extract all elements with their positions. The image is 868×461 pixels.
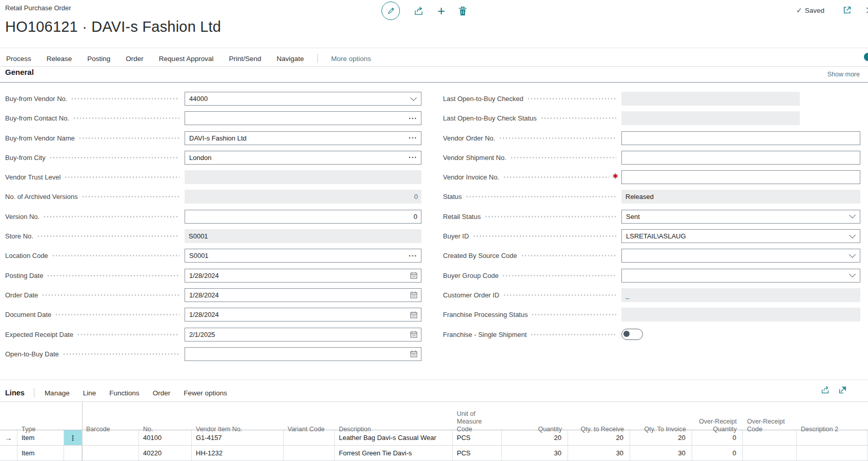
chevron-down-icon[interactable] (849, 271, 856, 277)
cell-qty-to-receive[interactable]: 30 (568, 446, 630, 460)
assist-edit-icon[interactable]: ··· (409, 253, 417, 258)
field-buy-from-vendor-no: Buy-from Vendor No.44000 (5, 92, 421, 106)
vendor-trust-level-field (185, 170, 421, 184)
location-code-input[interactable]: S0001··· (185, 249, 421, 263)
cell-over-receipt-quantity[interactable]: 0 (692, 446, 743, 460)
general-section-title[interactable]: General (5, 68, 34, 76)
cell-vendor-item-no[interactable]: G1-4157 (192, 430, 284, 445)
assist-edit-icon[interactable]: ··· (409, 155, 417, 160)
cell-type[interactable]: Item (17, 430, 64, 445)
created-by-source-code-input[interactable] (621, 249, 860, 263)
cell-description-2[interactable] (797, 446, 868, 460)
row-menu-cell[interactable] (64, 446, 82, 460)
vendor-order-no-input[interactable] (621, 131, 860, 145)
expected-receipt-date-input[interactable]: 2/1/2025 (185, 328, 421, 342)
open-to-buy-date-input[interactable] (185, 347, 421, 361)
dotted-leader (521, 249, 616, 263)
lines-menu-functions[interactable]: Functions (109, 389, 139, 397)
lines-focus-mode-button[interactable] (838, 386, 847, 394)
cell-uom[interactable]: PCS (453, 430, 502, 445)
chevron-down-icon[interactable] (849, 212, 856, 218)
vendor-invoice-no-input[interactable]: ✱ (621, 170, 860, 184)
cell-quantity[interactable]: 20 (502, 430, 568, 445)
cell-over-receipt-code[interactable] (743, 446, 797, 460)
calendar-icon[interactable] (410, 350, 417, 357)
menu-posting[interactable]: Posting (87, 55, 110, 63)
posting-date-input[interactable]: 1/28/2024 (185, 269, 421, 283)
open-in-new-window-button[interactable] (843, 6, 852, 14)
store-no-field: S0001 (185, 229, 421, 243)
menu-release[interactable]: Release (47, 55, 72, 63)
dotted-leader (532, 308, 616, 322)
cell-description[interactable]: Forrest Green Tie Davi-s (335, 446, 453, 460)
order-date-input[interactable]: 1/28/2024 (185, 288, 421, 302)
lines-menu-order[interactable]: Order (153, 389, 171, 397)
active-row-indicator: → (0, 430, 17, 445)
assist-edit-icon[interactable]: ··· (409, 116, 417, 121)
edit-button[interactable] (381, 2, 400, 20)
franchise-single-shipment-toggle[interactable] (621, 329, 643, 340)
cell-no[interactable]: 40220 (139, 446, 192, 460)
cell-vendor-item-no[interactable]: HH-1232 (192, 446, 284, 460)
cell-over-receipt-quantity[interactable]: 0 (692, 430, 743, 445)
cell-type[interactable]: Item (17, 446, 64, 460)
lines-share-button[interactable] (820, 386, 830, 394)
cell-description[interactable]: Leather Bag Davi-s Casual Wear (335, 430, 453, 445)
calendar-icon[interactable] (410, 311, 417, 318)
cell-uom[interactable]: PCS (453, 446, 502, 460)
dotted-leader (37, 229, 179, 243)
calendar-icon[interactable] (410, 291, 417, 298)
lines-menu-manage[interactable]: Manage (45, 389, 70, 397)
delete-button[interactable] (458, 6, 467, 16)
chevron-down-icon[interactable] (849, 232, 856, 238)
lines-menu-line[interactable]: Line (83, 389, 96, 397)
document-date-input[interactable]: 1/28/2024 (185, 308, 421, 322)
buy-from-contact-no-input[interactable]: ··· (185, 111, 421, 125)
cell-qty-to-invoice[interactable]: 30 (630, 446, 692, 460)
cell-description-2[interactable] (797, 430, 868, 445)
cell-qty-to-receive[interactable]: 20 (568, 430, 630, 445)
lines-section-title[interactable]: Lines (5, 389, 25, 397)
vendor-shipment-no-input[interactable] (621, 151, 860, 165)
calendar-icon[interactable] (410, 331, 417, 338)
cell-variant-code[interactable] (284, 430, 335, 445)
drilldown-value[interactable]: 0 (189, 193, 418, 201)
cell-no[interactable]: 40100 (139, 430, 192, 445)
cell-variant-code[interactable] (284, 446, 335, 460)
menu-more-options[interactable]: More options (331, 55, 371, 63)
version-no-input[interactable]: 0 (185, 210, 421, 224)
buy-from-vendor-no-input[interactable]: 44000 (185, 92, 421, 106)
divider (0, 379, 868, 380)
chevron-down-icon[interactable] (410, 94, 417, 101)
menu-order[interactable]: Order (126, 55, 144, 63)
buyer-group-code-input[interactable] (621, 269, 860, 283)
chevron-down-icon[interactable] (849, 251, 856, 258)
menu-navigate[interactable]: Navigate (276, 55, 304, 63)
cell-barcode[interactable] (82, 430, 139, 445)
share-button[interactable] (413, 6, 424, 16)
general-right-column: Last Open-to-Buy Checked Last Open-to-Bu… (443, 92, 860, 347)
field-vendor-order-no: Vendor Order No. (443, 131, 860, 145)
clipped-edge-icon[interactable] (865, 7, 868, 14)
row-menu-cell[interactable]: ⋮ (64, 430, 82, 445)
buy-from-city-input[interactable]: London··· (185, 151, 421, 165)
show-more-link[interactable]: Show more (827, 71, 860, 78)
cell-quantity[interactable]: 30 (502, 446, 568, 460)
cell-qty-to-invoice[interactable]: 20 (630, 430, 692, 445)
calendar-icon[interactable] (410, 272, 417, 279)
assist-edit-icon[interactable]: ··· (409, 135, 417, 141)
lines-fewer-options[interactable]: Fewer options (184, 389, 227, 397)
new-button[interactable]: + (437, 6, 445, 16)
field-vendor-trust-level: Vendor Trust Level (5, 170, 421, 184)
menu-process[interactable]: Process (6, 55, 31, 63)
menu-print-send[interactable]: Print/Send (229, 55, 261, 63)
cell-barcode[interactable] (82, 446, 139, 460)
buy-from-vendor-name-input[interactable]: DAVI-s Fashion Ltd··· (185, 131, 421, 145)
cell-over-receipt-code[interactable] (743, 430, 797, 445)
menu-request-approval[interactable]: Request Approval (159, 55, 214, 63)
buyer-id-input[interactable]: LSRETAIL\ASLAUG (621, 229, 860, 243)
retail-status-input[interactable]: Sent (621, 210, 860, 224)
dotted-leader (531, 328, 616, 342)
lines-table: Type Barcode No. Vendor Item No. Variant… (0, 410, 868, 461)
page-title: HO106121 · DAVI-s Fashion Ltd (5, 18, 221, 35)
